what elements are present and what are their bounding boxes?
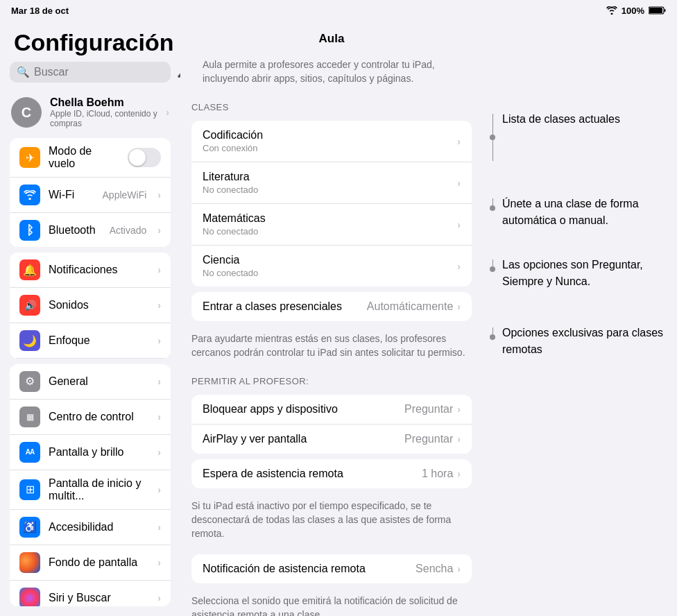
airplay-title: AirPlay y ver pantalla <box>203 433 404 445</box>
chevron-icon: › <box>157 484 161 495</box>
general-label: General <box>49 375 149 388</box>
remote-notif-row[interactable]: Notificación de asistencia remota Sencha… <box>191 554 472 583</box>
sidebar-item-focus[interactable]: 🌙 Enfoque › <box>10 323 171 359</box>
home-screen-icon: ⊞ <box>19 479 40 500</box>
chevron-icon: › <box>457 563 461 574</box>
class-text-literatura: Literatura No conectado <box>203 171 457 195</box>
sounds-icon: 🔊 <box>19 295 40 316</box>
sidebar-item-bluetooth[interactable]: ᛒ Bluetooth Activado › <box>10 213 171 247</box>
wifi-setting-icon <box>19 185 40 205</box>
line-2-top <box>492 198 493 205</box>
annotation-text-options: Las opciones son Preguntar, Siempre y Nu… <box>502 257 670 290</box>
main-layout: Configuración 🔍 🎤 C Chella Boehm Apple I… <box>0 21 677 616</box>
wifi-icon <box>606 6 617 15</box>
sidebar-section-connectivity: ✈ Modo de vuelo Wi-Fi AppleWiFi › ᛒ Blue… <box>10 138 171 247</box>
remote-help-row[interactable]: Espera de asistencia remota 1 hora › <box>191 459 472 488</box>
notifications-icon: 🔔 <box>19 259 40 280</box>
sidebar-section-notifications: 🔔 Notificaciones › 🔊 Sonidos › 🌙 Enfoque… <box>10 253 171 359</box>
sidebar-item-siri[interactable]: Siri y Buscar › <box>10 581 171 606</box>
avatar: C <box>11 97 42 128</box>
annotation-line-2 <box>490 198 495 211</box>
chevron-icon: › <box>157 522 161 533</box>
profile-text: Chella Boehm Apple ID, iCloud, contenido… <box>50 96 157 128</box>
chevron-icon: › <box>157 264 161 275</box>
search-bar[interactable]: 🔍 🎤 <box>10 62 171 83</box>
join-class-row[interactable]: Entrar a clases presenciales Automáticam… <box>191 292 472 321</box>
block-apps-row[interactable]: Bloquear apps y dispositivo Preguntar › <box>191 395 472 425</box>
profile-item[interactable]: C Chella Boehm Apple ID, iCloud, conteni… <box>0 89 180 135</box>
class-status-ciencia: No conectado <box>203 268 457 278</box>
join-class-value: Automáticamente <box>367 300 454 313</box>
airplay-row[interactable]: AirPlay y ver pantalla Preguntar › <box>191 425 472 454</box>
status-right: 100% <box>606 6 666 16</box>
join-class-section: Entrar a clases presenciales Automáticam… <box>191 292 472 321</box>
svg-rect-1 <box>665 9 666 12</box>
flight-mode-toggle[interactable] <box>128 148 161 167</box>
middle-content: Aula Aula permite a profesores acceder y… <box>180 21 677 616</box>
permit-label: PERMITIR AL PROFESOR: <box>180 368 483 389</box>
content-pane: Aula Aula permite a profesores acceder y… <box>180 21 483 616</box>
chevron-icon: › <box>157 300 161 311</box>
sidebar-item-flight-mode[interactable]: ✈ Modo de vuelo <box>10 138 171 178</box>
annotation-text-join: Únete a una clase de forma automática o … <box>502 196 670 229</box>
control-center-label: Centro de control <box>49 411 149 423</box>
sidebar-item-sounds[interactable]: 🔊 Sonidos › <box>10 288 171 323</box>
class-row-ciencia[interactable]: Ciencia No conectado › <box>191 246 472 286</box>
annotation-classes: Lista de clases actuales <box>490 111 670 161</box>
chevron-icon: › <box>166 107 169 118</box>
class-row-matematicas[interactable]: Matemáticas No conectado › <box>191 204 472 246</box>
class-status-literatura: No conectado <box>203 185 457 195</box>
annotation-text-classes: Lista de clases actuales <box>502 111 620 128</box>
wifi-label: Wi-Fi <box>49 189 94 201</box>
remote-notif-text: Notificación de asistencia remota <box>203 563 415 575</box>
join-class-desc: Para ayudarte mientras estás en sus clas… <box>180 327 483 368</box>
focus-label: Enfoque <box>49 334 149 347</box>
status-date: Mar 18 de oct <box>11 6 69 16</box>
bluetooth-icon: ᛒ <box>19 220 40 241</box>
sidebar-item-accessibility[interactable]: ♿ Accesibilidad › <box>10 510 171 545</box>
sidebar-item-display[interactable]: AA Pantalla y brillo › <box>10 435 171 470</box>
chevron-icon: › <box>457 261 461 272</box>
home-screen-label: Pantalla de inicio y multit... <box>49 477 149 502</box>
remote-notif-value: Sencha <box>415 563 453 575</box>
class-row-codificacion[interactable]: Codificación Con conexión › <box>191 121 472 162</box>
sidebar-item-wifi[interactable]: Wi-Fi AppleWiFi › <box>10 178 171 213</box>
class-title-ciencia: Ciencia <box>203 254 457 266</box>
wallpaper-icon <box>19 552 40 573</box>
sidebar-title: Configuración <box>0 21 180 62</box>
sidebar-item-control-center[interactable]: ▦ Centro de control › <box>10 400 171 435</box>
sidebar-section-general: ⚙ General › ▦ Centro de control › AA Pan… <box>10 364 171 606</box>
remote-notif-title: Notificación de asistencia remota <box>203 563 415 575</box>
chevron-icon: › <box>157 376 161 387</box>
chevron-icon: › <box>457 434 461 445</box>
battery-icon <box>649 6 666 15</box>
classes-section: Codificación Con conexión › Literatura N… <box>191 121 472 286</box>
class-text-codificacion: Codificación Con conexión <box>203 129 457 153</box>
class-row-literatura[interactable]: Literatura No conectado › <box>191 162 472 204</box>
sidebar-item-general[interactable]: ⚙ General › <box>10 364 171 400</box>
wallpaper-label: Fondo de pantalla <box>49 556 149 569</box>
sidebar-item-home-screen[interactable]: ⊞ Pantalla de inicio y multit... › <box>10 470 171 510</box>
chevron-icon: › <box>157 189 161 200</box>
airplay-value: Preguntar <box>404 433 453 445</box>
dot-1 <box>490 135 495 140</box>
chevron-icon: › <box>157 335 161 346</box>
line-1-top <box>492 114 493 135</box>
block-apps-title: Bloquear apps y dispositivo <box>203 403 404 416</box>
sidebar-item-wallpaper[interactable]: Fondo de pantalla › <box>10 545 171 581</box>
search-input[interactable] <box>34 66 173 78</box>
chevron-icon: › <box>457 404 461 415</box>
remote-help-section: Espera de asistencia remota 1 hora › <box>191 459 472 488</box>
siri-label: Siri y Buscar <box>49 592 149 604</box>
class-status-matematicas: No conectado <box>203 226 457 237</box>
class-text-ciencia: Ciencia No conectado <box>203 254 457 278</box>
block-apps-value: Preguntar <box>404 403 453 416</box>
focus-icon: 🌙 <box>19 330 40 351</box>
chevron-icon: › <box>457 468 461 479</box>
content-description: Aula permite a profesores acceder y cont… <box>191 53 472 94</box>
profile-name: Chella Boehm <box>50 96 157 109</box>
remote-notif-desc: Selecciona el sonido que emitirá la noti… <box>180 589 483 616</box>
notifications-label: Notificaciones <box>49 264 149 276</box>
sidebar-item-notifications[interactable]: 🔔 Notificaciones › <box>10 253 171 288</box>
join-class-text: Entrar a clases presenciales <box>203 300 367 313</box>
